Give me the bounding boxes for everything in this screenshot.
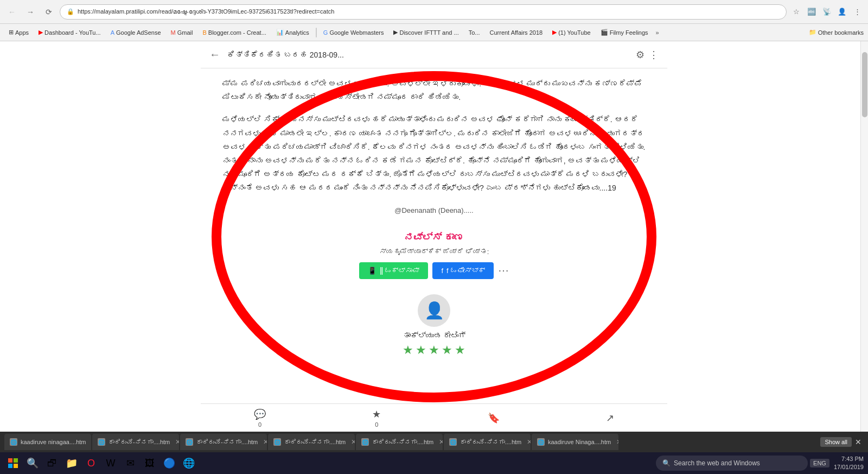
bookmark-current-affairs[interactable]: Current Affairs 2018 [486,28,547,37]
tab-1[interactable]: 🌐 ಕಾದಿರುವೆ-ನಿನಗಾ....htm ✕ [92,434,179,450]
star-2[interactable]: ★ [416,343,426,357]
stars-rating[interactable]: ★ ★ ★ ★ ★ [403,343,465,357]
avatar: 👤 [418,294,450,327]
bookmark-to[interactable]: To... [464,28,484,37]
translate-button[interactable]: 🔤 [805,5,818,18]
tab-close-6[interactable]: ✕ [616,438,618,446]
youtube2-icon: ▶ [552,29,557,36]
tab-close-2[interactable]: ✕ [263,438,267,446]
bookmark-youtube[interactable]: ▶ (1) YouTube [548,28,595,37]
page-content: ← ಕಿತ್ತಿಕೆರಹಿತ ಬರಹ 2018-09... ⚙ ⋮ ಮ್ಮ ಪರ… [0,41,868,432]
whatsapp-share-button[interactable]: 📱 ǁ ಓಕ್ಟ್ಸಾಪ್ [359,262,429,279]
show-all-tabs-button[interactable]: Show all [820,437,852,447]
opera-icon[interactable]: O [82,454,100,472]
tab-close-5[interactable]: ✕ [527,438,531,446]
tab-favicon-1: 🌐 [98,438,105,446]
mail-icon[interactable]: ✉ [122,454,139,472]
bookmark-analytics[interactable]: 📊 Analytics [272,28,314,37]
tab-label-6: kaadiruve Ninaga....htm [548,439,611,445]
bookmark-star-button[interactable]: ☆ [790,5,803,18]
bookmark-apps[interactable]: ⊞ Apps [4,28,33,37]
file-explorer-icon[interactable]: 📁 [63,454,80,472]
user-avatar-button[interactable]: 👤 [835,5,848,18]
more-vert-icon[interactable]: ⋮ [649,49,659,61]
photos-icon[interactable]: 🖼 [141,454,158,472]
google-icon: G [323,29,328,36]
ifttt-icon: ▶ [393,29,398,36]
tab-label-2: ಕಾದಿರುವೆ-ನಿನಗಾ....htm [196,439,258,445]
bookmark-adsense[interactable]: A Google AdSense [106,28,165,37]
share-button[interactable]: ↗ [606,412,614,424]
tab-favicon-6: 🌐 [537,438,545,446]
svg-rect-1 [14,458,18,463]
star-1[interactable]: ★ [403,343,413,357]
bookmark-button[interactable]: 🔖 [488,412,500,424]
bookmarks-more[interactable]: » [656,29,659,36]
comment-button[interactable]: 💬 0 [254,408,266,428]
article-body: ಮ್ಮ ಪರಿಚಯವಾಗುವುದರಲ್ಲೇ ಅವಳ ಊರು ಬಂತು. ಅವಳಲ… [201,68,667,403]
tab-4[interactable]: 🌐 ಕಾದಿರುವೆ-ನಿನಗಾ....htm ✕ [356,434,443,450]
chrome-icon[interactable]: 🔵 [161,454,178,472]
other-bookmarks[interactable]: 📁 Other bookmarks [809,29,864,36]
star-4[interactable]: ★ [442,343,452,357]
bookmark-filmy-label: Filmy Feelings [610,29,648,36]
share-more-button[interactable]: ⋯ [498,264,509,277]
settings-icon[interactable]: ⚙ [636,49,644,61]
castaway-button[interactable]: 📡 [820,5,833,18]
bookmark-dashboard[interactable]: ▶ Dashboard - YouTu... [34,28,105,37]
search-taskbar-icon[interactable]: 🔍 [24,454,41,472]
bookmark-webmasters-label: Google Webmasters [329,29,384,36]
tab-close-1[interactable]: ✕ [175,438,179,446]
word-icon[interactable]: W [102,454,119,472]
taskbar-search-bar[interactable]: 🔍 Search the web and Windows [656,456,808,471]
scrollbar-track[interactable] [860,41,868,432]
action-section: ನವ್ಲ್ಸ್ ಕಾಣ ಸ್ಯಹೃಮೆಡ್ಯಾರ್ಕಿಕ್ ಜೆಯ್ದಿ ಛೆಯ… [222,225,646,286]
bookmark-filmy[interactable]: 🎬 Filmy Feelings [596,28,653,37]
bookmark-blogger[interactable]: B Blogger.com - Creat... [198,28,270,37]
tab-6[interactable]: 🌐 kaadiruve Ninaga....htm ✕ [532,434,618,450]
bookmark-ifttt[interactable]: ▶ Discover IFTTT and ... [389,28,463,37]
task-view-icon[interactable]: 🗗 [43,454,61,472]
close-all-tabs-button[interactable]: ✕ [853,438,864,446]
forward-button[interactable]: → [23,4,38,20]
svg-rect-2 [8,464,12,468]
inner-back-button[interactable]: ← [209,48,220,61]
menu-button[interactable]: ⋮ [851,5,864,18]
tab-3[interactable]: 🌐 ಕಾದಿರುವೆ-ನಿನಗಾ....htm ✕ [268,434,355,450]
tab-label-1: ಕಾದಿರುವೆ-ನಿನಗಾ....htm [108,439,170,445]
tab-favicon-4: 🌐 [361,438,369,446]
browser-content: ← ಕಿತ್ತಿಕೆರಹಿತ ಬರಹ 2018-09... ⚙ ⋮ ಮ್ಮ ಪರ… [0,41,868,432]
bookmark-gmail-label: Gmail [177,29,193,36]
favorite-button[interactable]: ★ 0 [372,408,381,428]
facebook-share-button[interactable]: f f ಓಫೇಸ್ಬ್ಕ್ [432,262,494,279]
lock-icon: 🔒 [67,8,74,15]
nav-right: ☆ 🔤 📡 👤 ⋮ [790,5,864,18]
browser2-icon[interactable]: 🌐 [180,454,197,472]
facebook-icon: f [441,267,443,275]
star-3[interactable]: ★ [429,343,439,357]
svg-rect-3 [14,464,18,468]
tab-5[interactable]: 🌐 ಕಾದಿರುವೆ-ನಿನಗಾ....htm ✕ [444,434,531,450]
action-title: ನವ್ಲ್ಸ್ ಕಾಣ [222,232,646,243]
rating-label: ತಾಂಕ್ಲ್ಯುಡ ರೇಟಿಂಗ್ [403,331,466,340]
scrollbar-thumb[interactable] [862,52,867,117]
reload-button[interactable]: ⟳ [41,4,56,20]
back-button[interactable]: ← [4,4,20,20]
start-button[interactable] [4,454,22,472]
star-icon: ★ [372,408,381,420]
blogger-icon: B [202,29,206,36]
bookmark-gmail[interactable]: M Gmail [167,28,197,37]
tab-favicon-3: 🌐 [273,438,281,446]
bookmark-webmasters[interactable]: G Google Webmasters [319,28,388,37]
inner-nav-title: ಕಿತ್ತಿಕೆರಹಿತ ಬರಹ 2018-09... [227,50,629,59]
star-5[interactable]: ★ [455,343,465,357]
address-bar[interactable]: 🔒 https://malayalam.pratilipi.com/read/മ… [60,4,787,20]
language-button[interactable]: ENG [810,459,829,467]
analytics-icon: 📊 [276,29,284,36]
tab-0[interactable]: 🌐 kaadiruve ninagaa....htm ✕ [4,434,91,450]
gmail-icon: M [171,29,176,36]
tab-2[interactable]: 🌐 ಕಾದಿರುವೆ-ನಿನಗಾ....htm ✕ [180,434,267,450]
bookmark-ifttt-label: Discover IFTTT and ... [399,29,458,36]
tab-close-4[interactable]: ✕ [439,438,443,446]
tab-close-3[interactable]: ✕ [351,438,355,446]
